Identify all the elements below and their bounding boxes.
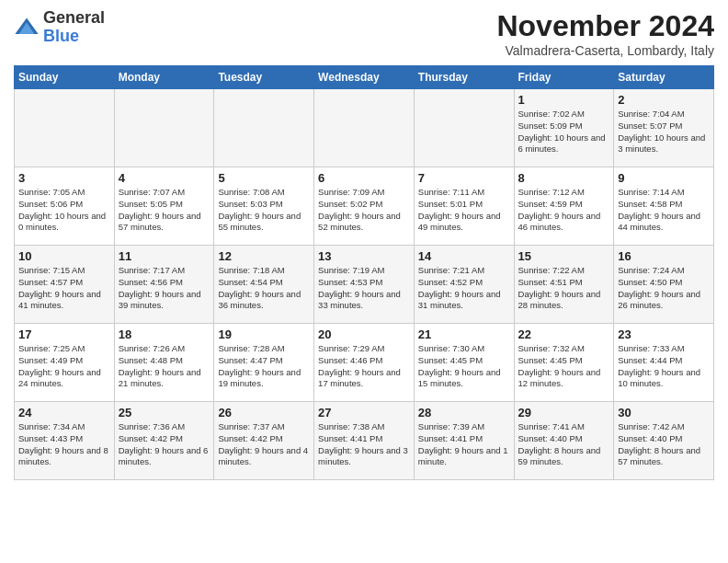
day-number: 20: [318, 327, 410, 341]
day-info: Sunrise: 7:38 AMSunset: 4:41 PMDaylight:…: [318, 421, 410, 468]
weekday-header-row: SundayMondayTuesdayWednesdayThursdayFrid…: [15, 66, 714, 89]
calendar-week-row: 10Sunrise: 7:15 AMSunset: 4:57 PMDayligh…: [15, 246, 714, 324]
weekday-header: Friday: [514, 66, 614, 89]
calendar-cell: 25Sunrise: 7:36 AMSunset: 4:42 PMDayligh…: [114, 402, 214, 480]
day-number: 6: [318, 171, 410, 185]
day-number: 29: [518, 406, 610, 419]
day-info: Sunrise: 7:32 AMSunset: 4:45 PMDaylight:…: [518, 343, 610, 390]
day-info: Sunrise: 7:09 AMSunset: 5:02 PMDaylight:…: [318, 187, 410, 234]
day-number: 27: [318, 406, 410, 419]
day-info: Sunrise: 7:05 AMSunset: 5:06 PMDaylight:…: [18, 187, 110, 234]
calendar-cell: 23Sunrise: 7:33 AMSunset: 4:44 PMDayligh…: [614, 324, 714, 402]
day-number: 8: [518, 171, 610, 185]
main-title: November 2024: [496, 9, 714, 43]
day-info: Sunrise: 7:04 AMSunset: 5:07 PMDaylight:…: [618, 109, 710, 155]
day-info: Sunrise: 7:17 AMSunset: 4:56 PMDaylight:…: [119, 265, 210, 312]
calendar-cell: 15Sunrise: 7:22 AMSunset: 4:51 PMDayligh…: [514, 246, 614, 324]
header: General Blue November 2024 Valmadrera-Ca…: [14, 9, 714, 58]
day-number: 14: [418, 249, 510, 263]
calendar-cell: [214, 89, 314, 167]
logo-blue: Blue: [43, 27, 79, 45]
weekday-header: Wednesday: [314, 66, 415, 89]
calendar-cell: 3Sunrise: 7:05 AMSunset: 5:06 PMDaylight…: [15, 167, 115, 246]
day-number: 19: [218, 327, 310, 341]
weekday-header: Saturday: [614, 66, 714, 89]
day-info: Sunrise: 7:42 AMSunset: 4:40 PMDaylight:…: [618, 421, 710, 468]
logo-text: General Blue: [43, 9, 105, 46]
logo: General Blue: [14, 9, 105, 46]
calendar-cell: [15, 89, 115, 167]
calendar-cell: 7Sunrise: 7:11 AMSunset: 5:01 PMDaylight…: [414, 167, 514, 246]
logo-icon: [14, 15, 40, 40]
calendar-table: SundayMondayTuesdayWednesdayThursdayFrid…: [14, 65, 714, 480]
calendar-cell: 28Sunrise: 7:39 AMSunset: 4:41 PMDayligh…: [414, 402, 514, 480]
calendar-cell: 29Sunrise: 7:41 AMSunset: 4:40 PMDayligh…: [514, 402, 614, 480]
calendar-week-row: 3Sunrise: 7:05 AMSunset: 5:06 PMDaylight…: [15, 167, 714, 246]
day-number: 18: [119, 327, 210, 341]
day-info: Sunrise: 7:15 AMSunset: 4:57 PMDaylight:…: [18, 265, 110, 312]
day-number: 28: [418, 406, 510, 419]
calendar-week-row: 17Sunrise: 7:25 AMSunset: 4:49 PMDayligh…: [15, 324, 714, 402]
day-info: Sunrise: 7:28 AMSunset: 4:47 PMDaylight:…: [218, 343, 310, 390]
day-number: 30: [618, 406, 710, 419]
calendar-week-row: 1Sunrise: 7:02 AMSunset: 5:09 PMDaylight…: [15, 89, 714, 167]
day-info: Sunrise: 7:33 AMSunset: 4:44 PMDaylight:…: [618, 343, 710, 390]
calendar-cell: 24Sunrise: 7:34 AMSunset: 4:43 PMDayligh…: [15, 402, 115, 480]
day-number: 25: [119, 406, 210, 419]
day-info: Sunrise: 7:02 AMSunset: 5:09 PMDaylight:…: [518, 109, 610, 155]
calendar-cell: 2Sunrise: 7:04 AMSunset: 5:07 PMDaylight…: [614, 89, 714, 167]
day-number: 17: [18, 327, 110, 341]
day-number: 7: [418, 171, 510, 185]
day-info: Sunrise: 7:12 AMSunset: 4:59 PMDaylight:…: [518, 187, 610, 234]
day-info: Sunrise: 7:07 AMSunset: 5:05 PMDaylight:…: [119, 187, 210, 234]
weekday-header: Thursday: [414, 66, 514, 89]
day-info: Sunrise: 7:41 AMSunset: 4:40 PMDaylight:…: [518, 421, 610, 468]
day-info: Sunrise: 7:11 AMSunset: 5:01 PMDaylight:…: [418, 187, 510, 234]
calendar-cell: 13Sunrise: 7:19 AMSunset: 4:53 PMDayligh…: [314, 246, 415, 324]
day-info: Sunrise: 7:22 AMSunset: 4:51 PMDaylight:…: [518, 265, 610, 312]
day-info: Sunrise: 7:39 AMSunset: 4:41 PMDaylight:…: [418, 421, 510, 468]
calendar-cell: 27Sunrise: 7:38 AMSunset: 4:41 PMDayligh…: [314, 402, 415, 480]
day-number: 3: [18, 171, 110, 185]
calendar-cell: 4Sunrise: 7:07 AMSunset: 5:05 PMDaylight…: [114, 167, 214, 246]
day-number: 26: [218, 406, 310, 419]
day-info: Sunrise: 7:37 AMSunset: 4:42 PMDaylight:…: [218, 421, 310, 468]
day-number: 10: [18, 249, 110, 263]
day-info: Sunrise: 7:34 AMSunset: 4:43 PMDaylight:…: [18, 421, 110, 468]
calendar-cell: 30Sunrise: 7:42 AMSunset: 4:40 PMDayligh…: [614, 402, 714, 480]
day-number: 1: [518, 93, 610, 107]
logo-general: General: [43, 8, 105, 27]
calendar-cell: 8Sunrise: 7:12 AMSunset: 4:59 PMDaylight…: [514, 167, 614, 246]
day-number: 23: [618, 327, 710, 341]
day-info: Sunrise: 7:24 AMSunset: 4:50 PMDaylight:…: [618, 265, 710, 312]
day-info: Sunrise: 7:25 AMSunset: 4:49 PMDaylight:…: [18, 343, 110, 390]
calendar-cell: 18Sunrise: 7:26 AMSunset: 4:48 PMDayligh…: [114, 324, 214, 402]
day-info: Sunrise: 7:18 AMSunset: 4:54 PMDaylight:…: [218, 265, 310, 312]
calendar-cell: 11Sunrise: 7:17 AMSunset: 4:56 PMDayligh…: [114, 246, 214, 324]
calendar-cell: 12Sunrise: 7:18 AMSunset: 4:54 PMDayligh…: [214, 246, 314, 324]
day-number: 21: [418, 327, 510, 341]
day-number: 11: [119, 249, 210, 263]
day-info: Sunrise: 7:26 AMSunset: 4:48 PMDaylight:…: [119, 343, 210, 390]
calendar-cell: [414, 89, 514, 167]
day-number: 13: [318, 249, 410, 263]
calendar-cell: [114, 89, 214, 167]
day-number: 16: [618, 249, 710, 263]
weekday-header: Tuesday: [214, 66, 314, 89]
day-number: 4: [119, 171, 210, 185]
day-info: Sunrise: 7:08 AMSunset: 5:03 PMDaylight:…: [218, 187, 310, 234]
calendar-cell: [314, 89, 415, 167]
calendar-cell: 26Sunrise: 7:37 AMSunset: 4:42 PMDayligh…: [214, 402, 314, 480]
day-number: 15: [518, 249, 610, 263]
calendar-cell: 21Sunrise: 7:30 AMSunset: 4:45 PMDayligh…: [414, 324, 514, 402]
day-info: Sunrise: 7:36 AMSunset: 4:42 PMDaylight:…: [119, 421, 210, 468]
day-number: 2: [618, 93, 710, 107]
calendar-cell: 20Sunrise: 7:29 AMSunset: 4:46 PMDayligh…: [314, 324, 415, 402]
calendar-cell: 1Sunrise: 7:02 AMSunset: 5:09 PMDaylight…: [514, 89, 614, 167]
day-number: 5: [218, 171, 310, 185]
day-info: Sunrise: 7:29 AMSunset: 4:46 PMDaylight:…: [318, 343, 410, 390]
day-info: Sunrise: 7:19 AMSunset: 4:53 PMDaylight:…: [318, 265, 410, 312]
calendar-cell: 9Sunrise: 7:14 AMSunset: 4:58 PMDaylight…: [614, 167, 714, 246]
calendar-cell: 19Sunrise: 7:28 AMSunset: 4:47 PMDayligh…: [214, 324, 314, 402]
day-info: Sunrise: 7:21 AMSunset: 4:52 PMDaylight:…: [418, 265, 510, 312]
